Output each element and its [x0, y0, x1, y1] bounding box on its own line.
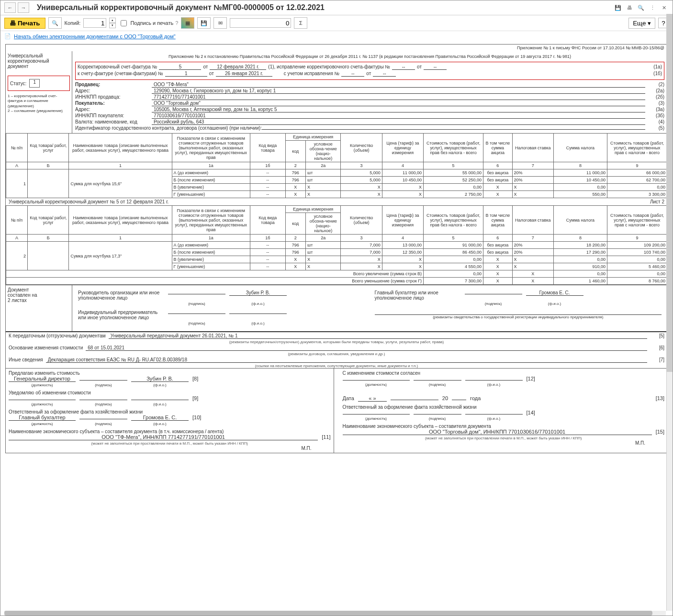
- more-icon[interactable]: ⋮: [648, 3, 657, 12]
- appendix-1: Приложение № 1 к письму ФНС России от 17…: [6, 45, 667, 51]
- edo-icon: 📄: [4, 33, 11, 39]
- preview-button[interactable]: 🔍: [48, 17, 62, 29]
- vertical-scrollbar[interactable]: [666, 14, 673, 611]
- print-button[interactable]: 🖶Печать: [4, 18, 45, 29]
- close-icon[interactable]: ✕: [659, 3, 669, 12]
- table-button[interactable]: ▦: [181, 17, 194, 29]
- copies-spinner[interactable]: ▴▾: [109, 18, 116, 28]
- edo-link[interactable]: Начать обмен электронными документами с …: [14, 34, 176, 39]
- more-button[interactable]: Еще ▾: [628, 18, 655, 29]
- nav-forward-button[interactable]: →: [18, 2, 29, 13]
- status-value: 1: [29, 79, 40, 88]
- disk-button[interactable]: 💾: [197, 17, 211, 29]
- window-title: Универсальный корректировочный документ …: [37, 3, 325, 12]
- items-table-1: № п/пКод товара/ работ, услуг Наименован…: [6, 133, 667, 198]
- copies-input[interactable]: [83, 18, 106, 28]
- printer-icon: 🖶: [10, 20, 16, 27]
- mail-button[interactable]: ✉: [213, 17, 227, 29]
- status-legend: 1 – корректировочный счет-фактура и согл…: [8, 94, 70, 114]
- header-box: Корректировочный счет-фактура № 5 от 12 …: [75, 62, 664, 80]
- sign-print-checkbox[interactable]: Подпись и печать ?: [119, 19, 178, 28]
- copies-label: Копий:: [65, 20, 81, 26]
- sum-input[interactable]: [230, 18, 291, 28]
- status-box: Статус: 1: [8, 76, 70, 91]
- sigma-button[interactable]: Σ: [294, 17, 307, 29]
- save-icon[interactable]: 💾: [613, 3, 623, 12]
- doc-type-label: Универсальный корректировочный документ: [8, 53, 70, 69]
- print-icon[interactable]: 🖶: [625, 3, 634, 12]
- items-table-2: № п/пКод товара/ работ, услуг Наименован…: [6, 205, 667, 285]
- horizontal-scrollbar[interactable]: [4, 611, 666, 616]
- appendix-2: Приложение № 2 к постановлению Правитель…: [75, 53, 664, 60]
- search-icon[interactable]: 🔍: [636, 3, 646, 12]
- nav-back-button[interactable]: ←: [4, 2, 16, 13]
